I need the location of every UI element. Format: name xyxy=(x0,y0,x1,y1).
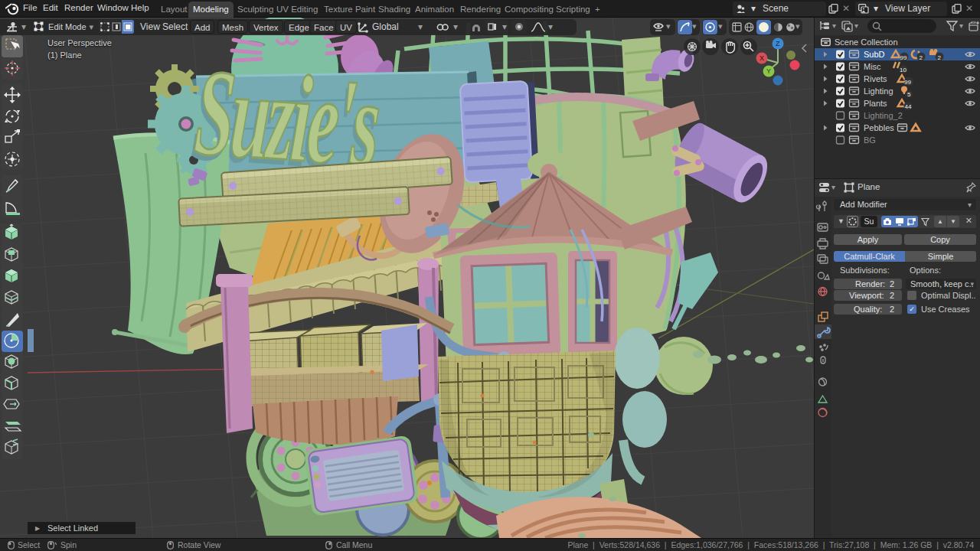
svg-text:Misc: Misc xyxy=(864,62,881,71)
svg-text:Lighting: Lighting xyxy=(864,86,893,96)
svg-text:5: 5 xyxy=(907,91,911,98)
svg-text:SubD: SubD xyxy=(864,50,885,59)
svg-text:2: 2 xyxy=(920,54,923,61)
svg-text:2: 2 xyxy=(938,54,942,61)
svg-text:BG: BG xyxy=(864,135,876,145)
svg-text:Rivets: Rivets xyxy=(864,74,887,83)
svg-text:X: X xyxy=(760,54,764,62)
svg-text:Z: Z xyxy=(776,40,780,47)
svg-text:Plants: Plants xyxy=(864,99,887,108)
svg-text:Pebbles: Pebbles xyxy=(864,123,894,132)
svg-text:99: 99 xyxy=(900,54,907,61)
svg-text:44: 44 xyxy=(905,103,912,110)
svg-text:Y: Y xyxy=(766,67,771,75)
svg-text:Lighting_2: Lighting_2 xyxy=(864,111,903,120)
svg-text:99: 99 xyxy=(904,79,911,86)
svg-text:10: 10 xyxy=(900,67,906,73)
